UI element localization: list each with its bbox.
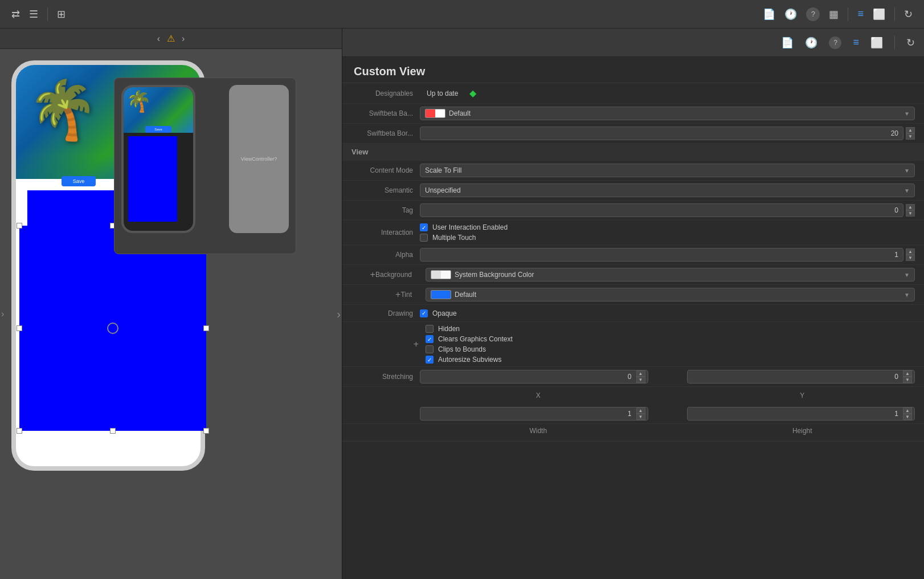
stretching-w-up[interactable]: ▲ [636, 407, 645, 414]
inspector-refresh-icon[interactable]: ↻ [906, 36, 915, 49]
stretching-x-down[interactable]: ▼ [636, 377, 645, 383]
redo-icon[interactable]: ⇄ [11, 8, 20, 21]
alpha-down[interactable]: ▼ [906, 255, 915, 261]
layout-icon[interactable]: ⬜ [873, 8, 885, 21]
content-mode-select[interactable]: Scale To Fill ▼ [420, 164, 915, 177]
handle-mr[interactable] [203, 325, 209, 331]
stretching-x-stepper: ▲ ▼ [636, 370, 645, 383]
history-icon[interactable]: 🕐 [784, 8, 797, 21]
stretching-x-up[interactable]: ▲ [636, 370, 645, 377]
multiple-touch-label: Multiple Touch [432, 234, 476, 242]
tint-plus-btn[interactable]: + [395, 290, 400, 300]
autoresize-checkbox[interactable]: ✓ [426, 356, 434, 364]
alpha-stepper: ▲ ▼ [906, 248, 915, 261]
tag-up[interactable]: ▲ [906, 204, 915, 210]
forward-button[interactable]: › [182, 34, 185, 44]
background-chevron: ▼ [904, 272, 910, 278]
tag-down[interactable]: ▼ [906, 210, 915, 217]
swiftbeta-ba-select[interactable]: Default ▼ [420, 107, 915, 120]
stretching-x-input[interactable]: 0 ▲ ▼ [420, 370, 648, 384]
help-icon[interactable]: ? [806, 7, 820, 21]
tint-row: + Tint Default ▼ [342, 285, 924, 305]
inspector-attributes-icon[interactable]: ≡ [853, 36, 859, 48]
stretching-wh-row: 1 ▲ ▼ 1 ▲ ▼ [342, 404, 924, 424]
opaque-item: ✓ Opaque [420, 309, 915, 317]
hidden-item: Hidden [426, 325, 915, 333]
back-button[interactable]: ‹ [157, 34, 160, 44]
refresh-icon[interactable]: ↻ [904, 8, 913, 21]
semantic-row: Semantic Unspecified ▼ [342, 181, 924, 201]
inspector-layout-icon[interactable]: ⬜ [870, 36, 883, 49]
stretching-w-stepper: ▲ ▼ [636, 407, 645, 420]
center-handle[interactable] [107, 323, 118, 334]
clears-graphics-checkbox[interactable]: ✓ [426, 335, 434, 343]
user-interaction-checkbox[interactable]: ✓ [420, 223, 428, 231]
view-section-header: View [342, 144, 924, 161]
inspector-title: Custom View [342, 57, 924, 83]
alpha-up[interactable]: ▲ [906, 248, 915, 255]
background-swatch [431, 270, 451, 279]
device-save-button[interactable]: Save [62, 176, 96, 186]
swiftbeta-bor-input[interactable]: 20 [420, 127, 903, 140]
handle-ml[interactable] [17, 325, 22, 331]
toolbar-divider-2 [848, 7, 848, 21]
user-interaction-label: User Interaction Enabled [432, 223, 508, 231]
tag-value: 0 ▲ ▼ [420, 203, 915, 217]
handle-tl[interactable] [17, 223, 22, 229]
hidden-row: + Hidden ✓ Clears Graphics Context [342, 322, 924, 367]
stretching-y-input[interactable]: 0 ▲ ▼ [687, 370, 915, 384]
stretching-w-input[interactable]: 1 ▲ ▼ [420, 407, 648, 421]
background-plus-btn[interactable]: + [370, 270, 375, 280]
designables-row: Designables Up to date ◆ [342, 83, 924, 104]
add-icon[interactable]: ⊞ [57, 8, 66, 21]
stretching-w-down[interactable]: ▼ [636, 414, 645, 420]
tint-select[interactable]: Default ▼ [426, 288, 915, 301]
background-select[interactable]: System Background Color ▼ [426, 268, 915, 282]
stretching-y-down[interactable]: ▼ [903, 377, 912, 383]
stretching-y-up[interactable]: ▲ [903, 370, 912, 377]
stretching-h-down[interactable]: ▼ [903, 414, 912, 420]
handle-br[interactable] [203, 428, 209, 434]
inspector-help-icon[interactable]: ? [829, 36, 841, 49]
right-arrow-icon[interactable]: › [337, 308, 341, 321]
filter-icon[interactable]: ≡ [857, 8, 864, 20]
multiple-touch-checkbox[interactable] [420, 234, 428, 242]
designables-status: Up to date [427, 89, 458, 97]
semantic-select[interactable]: Unspecified ▼ [420, 184, 915, 197]
content-mode-label: Content Mode [351, 166, 420, 174]
swiftbeta-bor-row: Swiftbeta Bor... 20 ▲ ▼ [342, 124, 924, 144]
inspector-file-icon[interactable]: 📄 [781, 36, 794, 49]
swiftbeta-bor-up[interactable]: ▲ [906, 127, 915, 133]
tint-label: Tint [400, 291, 419, 299]
stretching-label: Stretching [351, 373, 420, 381]
popup-save-button[interactable]: Save [154, 128, 162, 131]
inspector-toolbar: 📄 🕐 ? ≡ ⬜ ↻ [342, 28, 924, 57]
semantic-value: Unspecified ▼ [420, 184, 915, 197]
swiftbeta-bor-down[interactable]: ▼ [906, 133, 915, 140]
clips-bounds-checkbox[interactable] [426, 345, 434, 353]
left-arrow-icon[interactable]: › [1, 309, 4, 319]
stretching-xy-row: Stretching 0 ▲ ▼ 0 ▲ [342, 367, 924, 387]
stretching-h-up[interactable]: ▲ [903, 407, 912, 414]
inspector-clock-icon[interactable]: 🕐 [805, 36, 817, 49]
drawing-checkboxes: ✓ Opaque [420, 309, 915, 317]
tag-input[interactable]: 0 [420, 203, 903, 217]
handle-bm[interactable] [110, 428, 116, 434]
stretching-xy-values: 0 ▲ ▼ 0 ▲ ▼ [420, 370, 915, 384]
hidden-plus-btn[interactable]: + [414, 339, 419, 349]
alpha-input[interactable]: 1 [420, 248, 903, 262]
popup-blue-rect [128, 136, 177, 222]
interaction-row: Interaction ✓ User Interaction Enabled M… [342, 221, 924, 245]
list-icon[interactable]: ☰ [29, 8, 38, 21]
inspector-icon[interactable]: ▦ [829, 8, 839, 21]
hidden-checkbox[interactable] [426, 325, 434, 333]
stretching-y-stepper: ▲ ▼ [903, 370, 912, 383]
drawing-row: Drawing ✓ Opaque [342, 305, 924, 322]
file-icon[interactable]: 📄 [763, 8, 775, 21]
large-blue-rect[interactable] [19, 226, 206, 431]
stretching-h-input[interactable]: 1 ▲ ▼ [687, 407, 915, 421]
opaque-checkbox[interactable]: ✓ [420, 309, 428, 317]
alpha-row: Alpha 1 ▲ ▼ [342, 245, 924, 265]
handle-bl[interactable] [17, 428, 22, 434]
swiftbeta-ba-row: Swiftbeta Ba... Default ▼ [342, 104, 924, 124]
